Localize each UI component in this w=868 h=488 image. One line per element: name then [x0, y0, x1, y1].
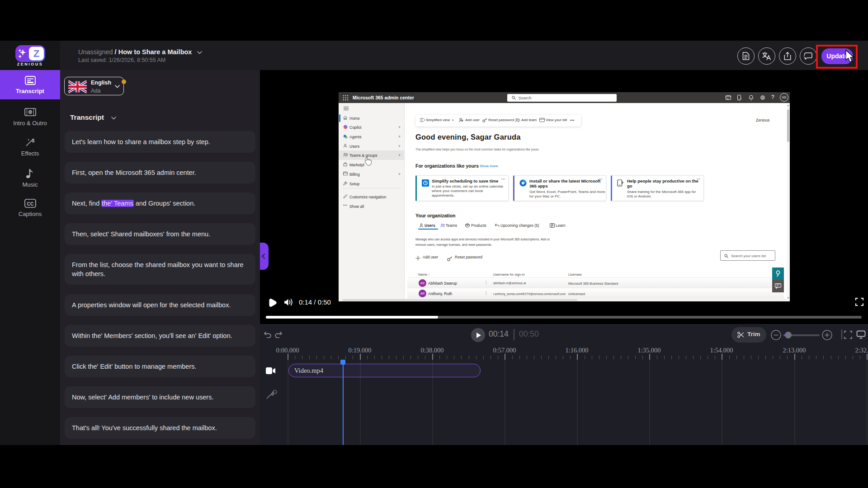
svg-text:i: i	[274, 391, 275, 394]
svg-text:CC: CC	[27, 201, 34, 206]
svg-text:Z: Z	[33, 48, 39, 59]
